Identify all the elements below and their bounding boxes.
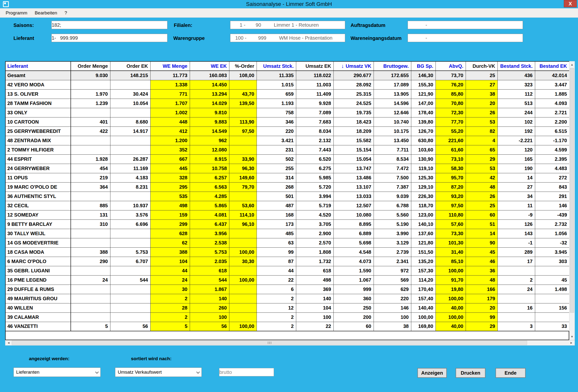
vertical-scroll-thumb[interactable] bbox=[570, 68, 574, 313]
value-cell: 5.985 bbox=[296, 173, 334, 182]
menu-programm[interactable]: Programm bbox=[2, 8, 31, 18]
scroll-down-button[interactable]: ▼ bbox=[570, 334, 575, 340]
displayed-combobox[interactable]: Lieferanten bbox=[13, 368, 101, 377]
value-cell bbox=[110, 229, 150, 238]
grid-row[interactable]: 30 TALLY WEIJL6283.9564852.9006.8893.990… bbox=[5, 229, 570, 238]
value-cell: 70,80 bbox=[435, 99, 466, 108]
brutto-input[interactable] bbox=[219, 368, 274, 376]
column-header-order-ek[interactable]: Order EK bbox=[110, 61, 150, 71]
sorted-combobox[interactable]: Umsatz Verkaufswert bbox=[115, 368, 202, 377]
menu-help[interactable]: ? bbox=[61, 8, 71, 18]
column-header-umsatz-vk[interactable]: ↓Umsatz VK bbox=[334, 61, 374, 71]
close-button[interactable]: X bbox=[564, 0, 577, 7]
grid-row[interactable]: 32 CECIL88510.9374985.86553,604875.71912… bbox=[5, 201, 570, 210]
value-cell: 140,40 bbox=[411, 303, 435, 312]
grid-row[interactable]: 10 CARTOON4018.6804489.883113,903467.683… bbox=[5, 117, 570, 127]
column-header-we-ek[interactable]: WE EK bbox=[190, 61, 229, 71]
auftragsdatum-field[interactable]: - bbox=[408, 21, 523, 29]
grid-row[interactable]: 42 VERO MODA1.33814.4501.01511.00328.092… bbox=[5, 80, 570, 89]
column-header-bestand-stck-[interactable]: Bestand Stck. bbox=[497, 61, 535, 71]
value-cell: 962 bbox=[190, 136, 229, 145]
filialen-field[interactable]: 1 -90Limmer 1 - Retouren bbox=[230, 21, 345, 29]
anzeigen-button[interactable]: Anzeigen bbox=[417, 368, 447, 378]
value-cell: 48 bbox=[466, 275, 497, 285]
value-cell: 25 bbox=[466, 201, 497, 210]
value-cell bbox=[71, 136, 110, 145]
value-cell: 255 bbox=[257, 164, 296, 173]
arrow-right-icon: ► bbox=[570, 341, 573, 344]
grid-row[interactable]: 12 SOMEDAY1313.5761594.081114,101684.520… bbox=[5, 210, 570, 219]
vertical-scrollbar[interactable]: ▲ ▼ bbox=[569, 61, 575, 340]
warengruppe-field[interactable]: 100 -999WM Hose - Präsentation bbox=[230, 34, 345, 42]
grid-row[interactable]: 25 GERRYWEBEREDIT42214.91741214.54997,50… bbox=[5, 127, 570, 136]
column-header--order[interactable]: %-Order bbox=[229, 61, 257, 71]
supplier-name-cell: 36 AUTHENTIC STYL bbox=[5, 192, 71, 201]
scroll-up-button[interactable]: ▲ bbox=[570, 61, 575, 68]
value-cell: 44 bbox=[150, 266, 190, 275]
value-cell: 2 bbox=[150, 294, 190, 303]
value-cell bbox=[71, 80, 110, 89]
drucken-button[interactable]: Drucken bbox=[456, 368, 485, 378]
column-header-umsatz-ek[interactable]: Umsatz EK bbox=[296, 61, 334, 71]
ende-button[interactable]: Ende bbox=[495, 368, 526, 378]
value-cell: 33,90 bbox=[229, 154, 257, 164]
grid-row[interactable]: 19 MARC O'POLO DE3648.2312956.56379,7026… bbox=[5, 182, 570, 192]
value-cell: 30 bbox=[150, 285, 190, 294]
column-header-bg-sp-[interactable]: BG Sp. bbox=[411, 61, 435, 71]
grid-row[interactable]: 29 DUFFLE & RUMS301.8676369999629170,401… bbox=[5, 285, 570, 294]
value-cell: 6.515 bbox=[535, 127, 570, 136]
grid-row[interactable]: 44 ESPRIT1.92826.2876678.91533,905026.52… bbox=[5, 154, 570, 164]
value-cell: 7.472 bbox=[374, 164, 411, 173]
grid-row[interactable]: 36 AUTHENTIC STYL5354.2855013.99413.0339… bbox=[5, 192, 570, 201]
column-header-abvq-[interactable]: AbvQ. bbox=[435, 61, 466, 71]
grid-row[interactable]: 24 GERRYWEBER45411.16944510.75896,302556… bbox=[5, 164, 570, 173]
grid-row[interactable]: 2 TOMMY HILFIGER35212.0802317.44315.1547… bbox=[5, 145, 570, 154]
column-header-umsatz-stck-[interactable]: Umsatz Stck. bbox=[257, 61, 296, 71]
grid-row[interactable]: 18 CASA MODA3885.7533885.753100,00991.80… bbox=[5, 247, 570, 257]
value-cell: 26 bbox=[466, 192, 497, 201]
grid-row[interactable]: 11 OPUS2194.1833286.257149,603145.98513.… bbox=[5, 173, 570, 182]
saisons-input[interactable] bbox=[51, 21, 167, 29]
value-cell: 1.590 bbox=[334, 266, 374, 275]
supplier-name-cell: Gesamt bbox=[5, 71, 71, 80]
value-cell: 100,00 bbox=[435, 266, 466, 275]
wareneingangsdatum-field[interactable]: - bbox=[408, 34, 523, 42]
column-header-durch-vk[interactable]: Durch-VK bbox=[466, 61, 497, 71]
grid-row[interactable]: 13 S. OLIVER1.97030.42477113.29443,70659… bbox=[5, 89, 570, 99]
grid-row[interactable]: 9 BETTY BARCLAY3106.6962996.43796,101733… bbox=[5, 219, 570, 229]
grid-row[interactable]: 35 GEBR. LUGANI44618446181.590972157,301… bbox=[5, 266, 570, 275]
value-cell: 422 bbox=[71, 127, 110, 136]
grid-row[interactable]: 6 MARC O'POLO2906.7071042.03530,30871.73… bbox=[5, 257, 570, 266]
grid-row[interactable]: 46 VANZETTI556556100,002226038169,8040,0… bbox=[5, 322, 570, 331]
grid-row[interactable]: 49 MAURITIUS GROU21402140360220157,40100… bbox=[5, 294, 570, 303]
column-header-order-menge[interactable]: Order Menge bbox=[71, 61, 110, 71]
supplier-name-cell: 44 ESPRIT bbox=[5, 154, 71, 164]
grid-row[interactable]: 28 TAMM FASHION1.23910.0541.70714.029139… bbox=[5, 99, 570, 108]
column-header-bruttogew-[interactable]: Bruttogew. bbox=[374, 61, 411, 71]
column-header-lieferant[interactable]: Lieferant bbox=[5, 61, 71, 71]
column-header-we-menge[interactable]: WE Menge bbox=[150, 61, 190, 71]
grid-row[interactable]: 33 ONLY1.0029.8107587.08919.73512.646178… bbox=[5, 108, 570, 117]
scroll-right-button[interactable]: ► bbox=[568, 340, 575, 345]
menu-bearbeiten[interactable]: Bearbeiten bbox=[31, 8, 61, 18]
scroll-left-button[interactable]: ◄ bbox=[5, 340, 12, 345]
value-cell: 28 bbox=[150, 303, 190, 312]
horizontal-scrollbar[interactable]: ◄ ► bbox=[5, 340, 575, 346]
column-header-bestand-ek[interactable]: Bestand EK bbox=[535, 61, 570, 71]
value-cell: 448 bbox=[150, 117, 190, 127]
grid-row[interactable]: 39 CALAMAR21002100200100100,00100,0099 bbox=[5, 312, 570, 322]
grid-row[interactable]: 48 ZENTRADA MIX1.2009623.4212.13215.5821… bbox=[5, 136, 570, 145]
grid-row[interactable]: 40 WILLEN2826012104250146140,4040,002016… bbox=[5, 303, 570, 312]
horizontal-scroll-thumb[interactable] bbox=[12, 341, 527, 345]
grid-row[interactable]: 16 PME LEGEND2454424544100,00224981.0675… bbox=[5, 275, 570, 285]
value-cell bbox=[71, 238, 110, 247]
value-cell: 30,30 bbox=[229, 257, 257, 266]
value-cell: 178,40 bbox=[411, 108, 435, 117]
value-cell: 104 bbox=[150, 257, 190, 266]
lieferant-input[interactable] bbox=[51, 34, 167, 42]
value-cell bbox=[71, 192, 110, 201]
value-cell: 14 bbox=[466, 229, 497, 238]
value-cell: 63 bbox=[257, 238, 296, 247]
grid-total-row[interactable]: Gesamt9.030148.21511.773160.083108,0011.… bbox=[5, 71, 570, 80]
grid-row[interactable]: 14 GS MODEVERTRIE622.538632.5705.6983.12… bbox=[5, 238, 570, 247]
